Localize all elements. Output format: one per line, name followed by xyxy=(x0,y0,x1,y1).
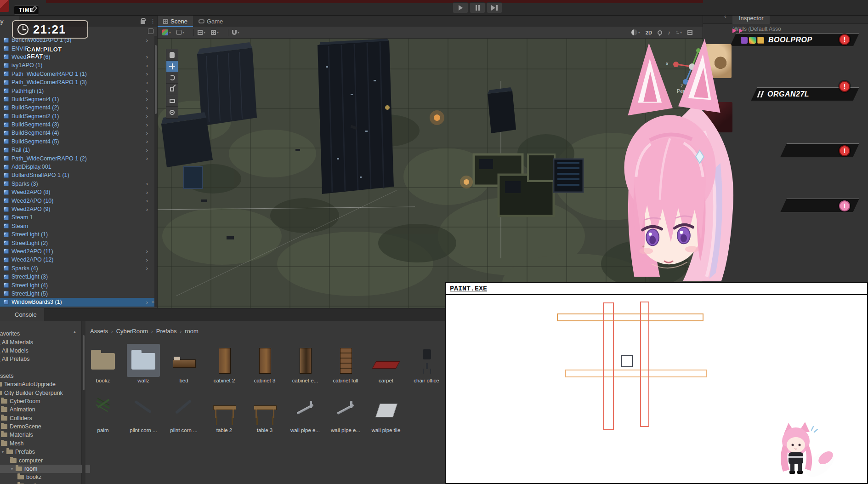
asset-tile[interactable]: table 2 xyxy=(206,393,243,433)
tab-project[interactable]: Project xyxy=(0,308,7,321)
project-tree-item[interactable]: Mesh xyxy=(0,439,90,448)
scene-viewport[interactable] xyxy=(158,39,703,308)
project-tree-item[interactable]: computer xyxy=(0,456,90,464)
hierarchy-item[interactable]: ivy1APO (1) › xyxy=(0,61,154,69)
snap-dropdown[interactable] xyxy=(232,30,239,35)
breadcrumb-item[interactable]: Prefabs xyxy=(156,328,177,335)
hierarchy-item[interactable]: Sparks (3) › xyxy=(0,180,154,188)
asset-tile[interactable]: wallz xyxy=(125,344,162,383)
asset-tile[interactable]: wall pipe e... xyxy=(287,393,323,433)
expand-arrow-icon[interactable]: › xyxy=(146,197,148,204)
project-tree-item[interactable]: Colliders xyxy=(0,414,90,422)
project-tree-item[interactable]: room xyxy=(0,465,90,473)
hierarchy-item[interactable]: Steam 1 › xyxy=(0,213,154,222)
hand-tool-button[interactable] xyxy=(166,49,178,61)
grid-snap-dropdown[interactable] xyxy=(211,30,219,35)
expand-arrow-icon[interactable]: › xyxy=(146,70,148,77)
asset-tile[interactable]: carpet xyxy=(368,344,404,383)
project-tree-item[interactable]: City Builder Cyberpunk xyxy=(0,388,90,397)
draw-mode-dropdown[interactable] xyxy=(176,30,184,35)
play-button[interactable] xyxy=(453,2,468,13)
project-tree-item[interactable]: TerrainAutoUpgrade xyxy=(0,380,90,388)
project-tree-item[interactable]: DemoScene xyxy=(0,422,90,431)
tab-scene[interactable]: Scene xyxy=(158,16,193,27)
project-tree-item[interactable]: All Prefabs xyxy=(0,355,90,363)
expand-arrow-icon[interactable]: › xyxy=(146,113,148,120)
step-button[interactable] xyxy=(487,2,502,13)
shading-mode-dropdown[interactable] xyxy=(162,29,171,35)
expand-arrow-icon[interactable]: › xyxy=(146,299,148,306)
asset-tile[interactable]: wall pipe tile xyxy=(368,393,404,433)
project-tree-item[interactable]: CyberRoom xyxy=(0,397,90,405)
tab-game[interactable]: Game xyxy=(193,16,228,27)
expand-arrow-icon[interactable]: › xyxy=(146,256,148,263)
asset-tile[interactable]: table 3 xyxy=(246,393,283,433)
hierarchy-item[interactable]: StreetLight (1) › xyxy=(0,230,154,239)
hierarchy-item[interactable]: Weed2APO (12) › xyxy=(0,256,154,264)
expand-arrow-icon[interactable]: › xyxy=(146,87,148,94)
hierarchy-item[interactable]: WindowBoards3 (1) › xyxy=(0,298,154,306)
project-tree-item[interactable]: Favorites xyxy=(0,330,90,338)
hierarchy-item[interactable]: Path_WideCornerRAPO 1 (2) › xyxy=(0,154,154,162)
breadcrumb-item[interactable]: CyberRoom xyxy=(116,328,148,335)
hierarchy-item[interactable]: StreetLight (3) › xyxy=(0,273,154,281)
paint-window-title[interactable]: PAINT.EXE xyxy=(446,283,867,295)
pause-button[interactable] xyxy=(470,2,485,13)
lock-icon[interactable] xyxy=(141,20,145,24)
hierarchy-item[interactable]: StreetLight (4) › xyxy=(0,281,154,289)
rotate-tool-button[interactable] xyxy=(166,72,178,84)
asset-tile[interactable]: wall pipe e... xyxy=(327,393,364,433)
hierarchy-item[interactable]: StreetLight (5) › xyxy=(0,290,154,298)
expand-arrow-icon[interactable]: › xyxy=(146,104,148,111)
expand-arrow-icon[interactable]: › xyxy=(146,130,148,137)
expand-arrow-icon[interactable]: › xyxy=(146,138,148,145)
hierarchy-scrollbar[interactable] xyxy=(154,36,157,307)
lighting-toggle[interactable] xyxy=(658,30,662,35)
hierarchy-item[interactable]: Path_WideCornerRAPO 1 (1) › xyxy=(0,70,154,78)
effects-dropdown[interactable] xyxy=(676,29,682,36)
tab-console[interactable]: Console xyxy=(7,308,44,321)
breadcrumb-item[interactable]: room xyxy=(185,328,199,335)
asset-tile[interactable]: palm xyxy=(85,393,121,433)
expand-arrow-icon[interactable]: › xyxy=(146,206,148,213)
expand-arrow-icon[interactable]: › xyxy=(146,147,148,154)
expand-arrow-icon[interactable]: › xyxy=(146,180,148,187)
hierarchy-item[interactable]: AddDisplay.001 › xyxy=(0,163,154,171)
hierarchy-item[interactable]: Path_WideCornerRAPO 1 (3) › xyxy=(0,78,154,86)
hierarchy-item[interactable]: StreetLight (2) › xyxy=(0,239,154,247)
breadcrumb-item[interactable]: Assets xyxy=(90,328,108,335)
grid-visibility-dropdown[interactable] xyxy=(198,30,205,35)
hierarchy-item[interactable]: ENVIR › xyxy=(0,44,154,52)
filter-icon[interactable] xyxy=(148,28,153,34)
asset-tile[interactable]: cabinet 3 xyxy=(246,344,283,383)
expand-arrow-icon[interactable]: › xyxy=(146,189,148,196)
kebab-icon[interactable]: ⋮ xyxy=(150,17,156,24)
expand-arrow-icon[interactable]: › xyxy=(146,121,148,128)
expand-arrow-icon[interactable]: › xyxy=(146,96,148,102)
expand-arrow-icon[interactable]: › xyxy=(146,37,148,44)
collapse-icon[interactable]: « xyxy=(152,299,154,304)
expand-arrow-icon[interactable]: › xyxy=(146,79,148,86)
asset-tile[interactable]: cabinet 2 xyxy=(206,344,243,383)
hierarchy-item[interactable]: Weed2APO (11) › xyxy=(0,247,154,256)
hierarchy-item[interactable]: BuildSegment4 (4) › xyxy=(0,129,154,137)
skybox-toggle[interactable] xyxy=(631,29,640,35)
project-tree-item[interactable]: Materials xyxy=(0,431,90,439)
project-tree-item[interactable]: All Materials xyxy=(0,338,90,346)
hierarchy-item[interactable]: BuildSegment4 (2) › xyxy=(0,103,154,112)
transform-tool-button[interactable] xyxy=(166,107,178,118)
asset-tile[interactable]: cabinet full xyxy=(327,344,364,383)
expand-arrow-icon[interactable]: › xyxy=(146,248,148,255)
asset-tile[interactable]: bookz xyxy=(85,344,121,383)
hierarchy-item[interactable]: Steam › xyxy=(0,222,154,230)
2d-toggle[interactable]: 2D xyxy=(646,30,652,35)
hierarchy-item[interactable]: Weed2APO (8) › xyxy=(0,188,154,196)
project-tree-item[interactable]: wallz xyxy=(0,482,90,484)
project-tree-item[interactable]: Animation xyxy=(0,405,90,414)
expand-arrow-icon[interactable]: › xyxy=(146,155,148,162)
hierarchy-item[interactable]: PathHigh (1) › xyxy=(0,86,154,95)
project-tree-item[interactable]: All Models xyxy=(0,347,90,355)
asset-tile[interactable]: cabinet e... xyxy=(287,344,323,383)
hierarchy-item[interactable]: BuildSegment4 (1) › xyxy=(0,95,154,103)
hierarchy-item[interactable]: BuildSegment2 (1) › xyxy=(0,112,154,120)
